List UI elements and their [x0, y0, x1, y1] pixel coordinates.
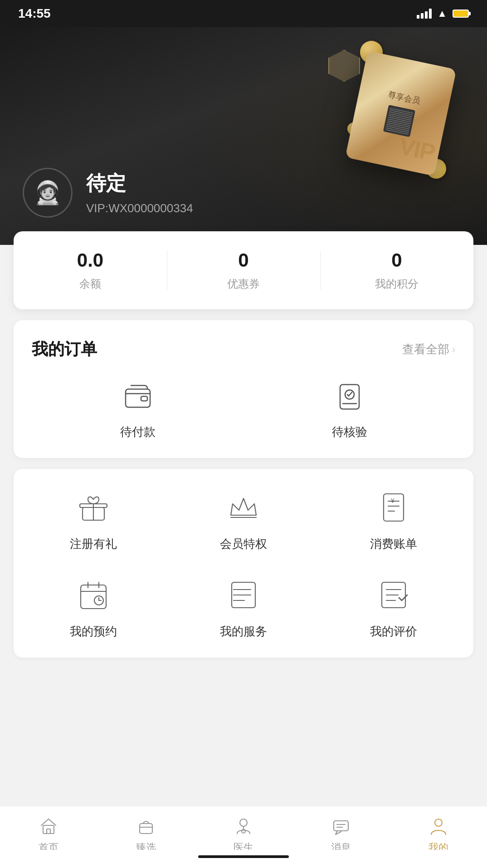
user-info: 待定 VIP:WX0000000334 [86, 170, 193, 215]
my-service-icon [223, 575, 264, 615]
service-register-gift[interactable]: 注册有礼 [23, 487, 164, 552]
svg-point-44 [435, 819, 442, 826]
services-section: 注册有礼 会员特权 ¥ 消费账单 [14, 469, 473, 658]
service-my-review[interactable]: 我的评价 [323, 575, 464, 639]
orders-header: 我的订单 查看全部 › [32, 338, 455, 361]
orders-section: 我的订单 查看全部 › 待付款 [14, 320, 473, 458]
stat-points[interactable]: 0 我的积分 [320, 231, 473, 309]
consumption-bill-icon: ¥ [373, 487, 414, 528]
vip-card-label: 尊享会员 [387, 89, 421, 107]
view-all-orders-link[interactable]: 查看全部 › [402, 341, 455, 357]
status-time: 14:55 [18, 6, 51, 21]
nav-item-home[interactable]: 首页 [0, 815, 97, 854]
home-nav-icon [38, 815, 59, 837]
user-profile: 🧑‍🚀 待定 VIP:WX0000000334 [23, 168, 193, 218]
profile-icon [429, 816, 448, 836]
bill-icon: ¥ [376, 490, 411, 525]
svg-rect-1 [141, 396, 147, 401]
crown-icon [226, 490, 261, 525]
pending-verify-icon [331, 379, 368, 415]
services-grid: 注册有礼 会员特权 ¥ 消费账单 [23, 487, 464, 639]
service-my-appointment-label: 我的预约 [70, 624, 117, 639]
status-bar: 14:55 ▲ [0, 0, 487, 27]
svg-rect-0 [126, 389, 150, 407]
user-vip-code: VIP:WX0000000334 [86, 201, 193, 215]
stat-coupon-value: 0 [176, 249, 311, 271]
service-member-privilege[interactable]: 会员特权 [173, 487, 314, 552]
message-nav-icon [330, 815, 352, 837]
orders-title: 我的订单 [32, 338, 97, 361]
member-privilege-icon [223, 487, 264, 528]
svg-rect-36 [140, 824, 152, 834]
wifi-icon: ▲ [437, 8, 447, 20]
vip-card-decoration: 尊享会员 VIP [342, 41, 460, 186]
nav-item-profile[interactable]: 我的 [390, 815, 487, 854]
user-name: 待定 [86, 170, 193, 197]
svg-rect-2 [340, 385, 359, 409]
signal-icon [417, 9, 432, 19]
wallet-icon [122, 381, 154, 413]
service-register-gift-label: 注册有礼 [70, 536, 117, 552]
doctor-nav-icon [233, 815, 254, 837]
nav-item-doctor[interactable]: 医生 [195, 815, 292, 854]
service-consumption-bill[interactable]: ¥ 消费账单 [323, 487, 464, 552]
stats-card: 0.0 余额 0 优惠券 0 我的积分 [14, 231, 473, 309]
battery-icon [453, 10, 469, 18]
order-pending-payment-label: 待付款 [120, 424, 156, 440]
stat-coupon-label: 优惠券 [227, 278, 260, 290]
service-my-service-label: 我的服务 [220, 624, 267, 639]
stat-coupon[interactable]: 0 优惠券 [167, 231, 320, 309]
hero-section: 尊享会员 VIP 🧑‍🚀 待定 VIP:WX0000000334 [0, 27, 487, 245]
order-grid: 待付款 待核验 [32, 379, 455, 440]
nav-item-message[interactable]: 消息 [292, 815, 390, 854]
nav-item-selection[interactable]: 臻选 [97, 815, 195, 854]
chevron-right-icon: › [452, 344, 455, 356]
stat-balance[interactable]: 0.0 余额 [14, 231, 167, 309]
view-all-label: 查看全部 [402, 341, 449, 357]
stat-points-value: 0 [329, 249, 464, 271]
stat-balance-label: 余额 [79, 278, 101, 290]
vip-qr-code [383, 105, 415, 137]
my-appointment-icon [73, 575, 114, 615]
service-member-privilege-label: 会员特权 [220, 536, 267, 552]
profile-nav-icon [428, 815, 449, 837]
my-review-icon [373, 575, 414, 615]
service-consumption-bill-label: 消费账单 [370, 536, 417, 552]
home-icon [39, 816, 58, 836]
svg-text:¥: ¥ [390, 497, 394, 504]
vip-card: 尊享会员 VIP [345, 51, 457, 176]
service-list-icon [226, 578, 261, 612]
verify-icon [334, 381, 365, 413]
svg-line-5 [349, 392, 352, 396]
register-gift-icon [73, 487, 114, 528]
service-my-appointment[interactable]: 我的预约 [23, 575, 164, 639]
order-item-pending-verify[interactable]: 待核验 [244, 379, 455, 440]
pending-payment-icon [120, 379, 156, 415]
home-bar-indicator [198, 855, 289, 858]
stat-points-label: 我的积分 [375, 278, 419, 290]
bag-icon [136, 816, 156, 836]
svg-point-38 [240, 819, 247, 826]
service-my-service[interactable]: 我的服务 [173, 575, 314, 639]
doctor-icon [234, 816, 253, 836]
gift-icon [76, 490, 111, 525]
review-icon [376, 578, 411, 612]
vip-text: VIP [397, 132, 437, 166]
selection-nav-icon [135, 815, 157, 837]
status-icons: ▲ [417, 8, 469, 20]
avatar-image: 🧑‍🚀 [34, 180, 62, 206]
message-icon [331, 816, 351, 836]
svg-rect-41 [334, 821, 348, 831]
service-my-review-label: 我的评价 [370, 624, 417, 639]
order-item-pending-payment[interactable]: 待付款 [32, 379, 244, 440]
avatar: 🧑‍🚀 [23, 168, 73, 218]
svg-rect-35 [47, 829, 50, 834]
calendar-icon [76, 578, 111, 612]
order-pending-verify-label: 待核验 [332, 424, 367, 440]
home-bar [0, 850, 487, 868]
stat-balance-value: 0.0 [23, 249, 158, 271]
